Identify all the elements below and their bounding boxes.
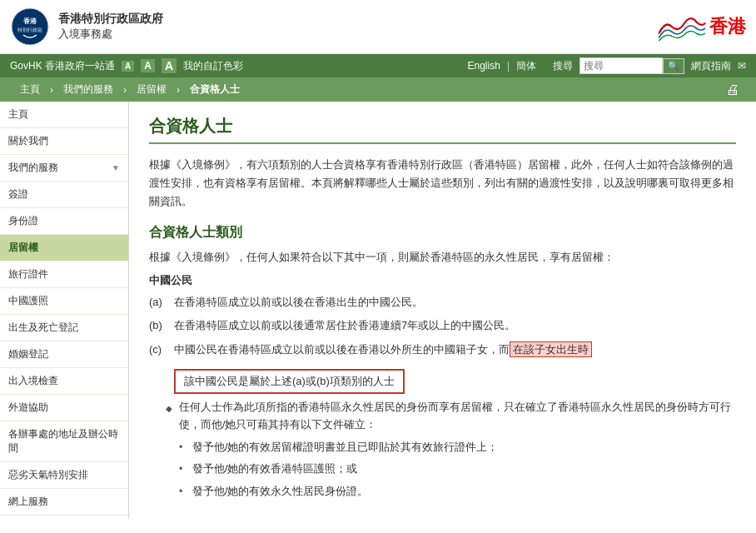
- bullet-dot-1: •: [179, 439, 192, 456]
- sidebar-about-label: 關於我們: [8, 134, 48, 148]
- dept-title: 入境事務處: [58, 27, 163, 42]
- bullet-item-1: • 發予他/她的有效居留權證明書並且已即貼於其有效旅行證件上；: [179, 439, 736, 456]
- bullet-dot-3: •: [179, 483, 192, 501]
- sidebar-item-typhoon[interactable]: 惡劣天氣特別安排: [0, 462, 128, 489]
- content-area: 合資格人士 根據《入境條例》，有六項類別的人士合資格享有香港特別行政區（香港特區…: [129, 102, 756, 519]
- topbar: GovHK 香港政府一站通 A A A 我的自訂色彩 English | 簡体 …: [0, 54, 756, 77]
- nav-right-of-abode[interactable]: 居留權: [127, 77, 177, 102]
- sitemap-link[interactable]: 網頁指南: [691, 59, 731, 73]
- sidebar: 主頁 關於我們 我們的服務 ▼ 簽證 身份證 居留權 旅行證件 中國護照 出生及…: [0, 102, 129, 519]
- sidebar-item-online[interactable]: 網上服務: [0, 489, 128, 516]
- font-small-button[interactable]: A: [122, 61, 134, 72]
- my-color-link[interactable]: 我的自訂色彩: [183, 59, 243, 73]
- nav-current: 合資格人士: [180, 77, 250, 102]
- sidebar-item-marriage[interactable]: 婚姻登記: [0, 341, 128, 368]
- hk-text: 香港: [709, 14, 746, 39]
- sidebar-item-visa[interactable]: 簽證: [0, 182, 128, 208]
- highlight-box-text: 該中國公民是屬於上述(a)或(b)項類別的人士: [184, 375, 395, 387]
- svg-point-0: [12, 8, 48, 45]
- header-left: 香港 特別行政區 香港特別行政區政府 入境事務處: [10, 7, 163, 47]
- svg-text:香港: 香港: [23, 17, 37, 25]
- sidebar-item-id[interactable]: 身份證: [0, 208, 128, 235]
- nav-services[interactable]: 我們的服務: [53, 77, 123, 102]
- bullet-text-2: 發予他/她的有效香港特區護照；或: [192, 461, 357, 478]
- sidebar-item-passport[interactable]: 中國護照: [0, 288, 128, 315]
- sidebar-item-address[interactable]: 各辦事處的地址及辦公時間: [0, 421, 128, 462]
- sidebar-item-birth-death[interactable]: 出生及死亡登記: [0, 315, 128, 341]
- section1-title: 合資格人士類別: [149, 224, 736, 242]
- sub-bullet-icon: ◆: [166, 401, 179, 416]
- list-label-a: (a): [149, 293, 174, 311]
- header-title: 香港特別行政區政府 入境事務處: [58, 12, 163, 42]
- navbar: 主頁 › 我們的服務 › 居留權 › 合資格人士 🖨: [0, 77, 756, 102]
- bullet-text-1: 發予他/她的有效居留權證明書並且已即貼於其有效旅行證件上；: [192, 439, 498, 456]
- lang-divider: |: [507, 60, 510, 72]
- sidebar-item-imm-check[interactable]: 出入境檢查: [0, 368, 128, 395]
- list-item-b: (b) 在香港特區成立以前或以後通常居住於香港連續7年或以上的中國公民。: [149, 316, 736, 335]
- chevron-down-icon: ▼: [112, 163, 120, 172]
- subsection1-title: 中國公民: [149, 273, 736, 288]
- sidebar-marriage-label: 婚姻登記: [8, 347, 48, 361]
- mail-icon[interactable]: ✉: [738, 60, 746, 72]
- svg-text:特別行政區: 特別行政區: [17, 27, 42, 32]
- simplified-link[interactable]: 簡体: [516, 59, 536, 73]
- list-item-c: (c) 中國公民在香港特區成立以前或以後在香港以外所生的中國籍子女，而在該子女出…: [149, 341, 736, 359]
- bullet-item-2: • 發予他/她的有效香港特區護照；或: [179, 461, 736, 478]
- sidebar-item-our-services[interactable]: 我們的服務 ▼: [0, 155, 128, 182]
- sidebar-item-overseas[interactable]: 外遊協助: [0, 395, 128, 421]
- font-large-button[interactable]: A: [162, 58, 177, 73]
- sidebar-item-about[interactable]: 關於我們: [0, 128, 128, 155]
- bullet-item-3: • 發予他/她的有效永久性居民身份證。: [179, 483, 736, 501]
- inline-highlight: 在該子女出生時: [510, 341, 592, 357]
- page-title: 合資格人士: [149, 115, 736, 144]
- sidebar-our-services-label: 我們的服務: [8, 161, 58, 175]
- header: 香港 特別行政區 香港特別行政區政府 入境事務處 香港: [0, 0, 756, 54]
- topbar-right: English | 簡体 搜尋 🔍 網頁指南 ✉: [468, 57, 746, 74]
- sidebar-online-label: 網上服務: [8, 495, 48, 509]
- list-content-c: 中國公民在香港特區成立以前或以後在香港以外所生的中國籍子女，而在該子女出生時: [174, 341, 736, 359]
- sub-note-text: 任何人士作為此項所指的香港特區永久性居民的身份而享有居留權，只在確立了香港特區永…: [179, 399, 736, 435]
- english-link[interactable]: English: [468, 60, 500, 72]
- intro-text: 根據《入境條例》，有六項類別的人士合資格享有香港特別行政區（香港特區）居留權，此…: [149, 156, 736, 211]
- list-content-b: 在香港特區成立以前或以後通常居住於香港連續7年或以上的中國公民。: [174, 316, 736, 335]
- font-medium-button[interactable]: A: [141, 59, 155, 72]
- sidebar-imm-check-label: 出入境檢查: [8, 374, 58, 388]
- sidebar-overseas-label: 外遊協助: [8, 401, 48, 415]
- sidebar-home-label: 主頁: [8, 107, 28, 122]
- list-label-b: (b): [149, 316, 174, 335]
- sidebar-item-travel[interactable]: 旅行證件: [0, 262, 128, 288]
- bullet-text-3: 發予他/她的有效永久性居民身份證。: [192, 483, 368, 501]
- main-layout: 主頁 關於我們 我們的服務 ▼ 簽證 身份證 居留權 旅行證件 中國護照 出生及…: [0, 102, 756, 519]
- topbar-left: GovHK 香港政府一站通 A A A 我的自訂色彩: [10, 58, 243, 73]
- sidebar-passport-label: 中國護照: [8, 294, 48, 308]
- hk-waves-icon: [656, 10, 706, 43]
- sub-note: ◆ 任何人士作為此項所指的香港特區永久性居民的身份而享有居留權，只在確立了香港特…: [166, 399, 736, 435]
- bullet-dot-2: •: [179, 461, 192, 478]
- search-button[interactable]: 🔍: [663, 58, 684, 74]
- govt-logo-icon: 香港 特別行政區: [10, 7, 50, 47]
- sidebar-id-label: 身份證: [8, 214, 38, 228]
- search-label: 搜尋: [553, 59, 573, 73]
- section1-intro: 根據《入境條例》，任何人如果符合以下其中一項，則屬於香港特區的永久性居民，享有居…: [149, 248, 736, 266]
- nav-home[interactable]: 主頁: [10, 77, 50, 102]
- sidebar-item-right-of-abode[interactable]: 居留權: [0, 235, 128, 262]
- hk-brand: 香港: [656, 10, 746, 43]
- gov-title: 香港特別行政區政府: [58, 12, 163, 27]
- highlight-box: 該中國公民是屬於上述(a)或(b)項類別的人士: [174, 369, 405, 394]
- sidebar-item-home[interactable]: 主頁: [0, 102, 128, 128]
- print-icon[interactable]: 🖨: [719, 79, 746, 101]
- bullet-list: • 發予他/她的有效居留權證明書並且已即貼於其有效旅行證件上； • 發予他/她的…: [179, 439, 736, 501]
- search-input[interactable]: [579, 57, 663, 74]
- sidebar-roa-label: 居留權: [8, 241, 38, 255]
- sub-note-intro: ◆ 任何人士作為此項所指的香港特區永久性居民的身份而享有居留權，只在確立了香港特…: [166, 399, 736, 435]
- sidebar-travel-label: 旅行證件: [8, 267, 48, 281]
- sidebar-typhoon-label: 惡劣天氣特別安排: [8, 468, 88, 482]
- sidebar-birth-death-label: 出生及死亡登記: [8, 321, 78, 335]
- list-content-a: 在香港特區成立以前或以後在香港出生的中國公民。: [174, 293, 736, 311]
- list-item-a: (a) 在香港特區成立以前或以後在香港出生的中國公民。: [149, 293, 736, 311]
- sidebar-address-label: 各辦事處的地址及辦公時間: [8, 427, 120, 456]
- govhk-label: GovHK 香港政府一站通: [10, 59, 115, 73]
- search-box: 🔍: [579, 57, 684, 74]
- sidebar-visa-label: 簽證: [8, 187, 28, 202]
- list-label-c: (c): [149, 341, 174, 359]
